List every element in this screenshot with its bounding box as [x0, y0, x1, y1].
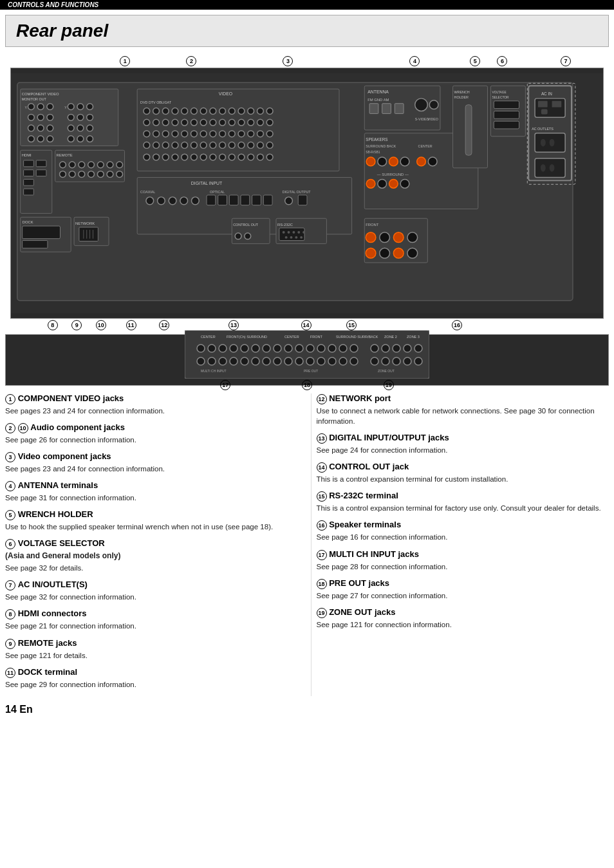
- svg-text:ZONE 3: ZONE 3: [407, 335, 420, 339]
- svg-point-148: [389, 157, 398, 166]
- section-number-17: 17: [317, 550, 327, 560]
- svg-point-92: [162, 131, 169, 137]
- svg-point-84: [219, 119, 226, 126]
- svg-point-274: [339, 357, 347, 365]
- svg-point-272: [317, 357, 325, 365]
- section-desc-3: See pages 23 and 24 for connection infor…: [5, 464, 298, 474]
- page-title: Rear panel: [16, 21, 108, 41]
- svg-point-228: [541, 139, 546, 147]
- svg-rect-217: [494, 111, 519, 118]
- svg-point-248: [274, 344, 281, 352]
- svg-point-186: [297, 231, 300, 234]
- svg-point-63: [153, 108, 160, 115]
- circle-2: 2: [186, 56, 196, 66]
- svg-rect-57: [23, 226, 60, 239]
- svg-text:FRONT: FRONT: [366, 223, 379, 227]
- svg-point-229: [550, 139, 555, 147]
- circle-6: 6: [497, 56, 507, 66]
- svg-point-105: [153, 142, 160, 149]
- section-19: 19 ZONE OUT jacks See page 121 for conne…: [317, 607, 609, 630]
- section-desc-19: See page 121 for connection information.: [317, 619, 609, 630]
- svg-point-165: [192, 197, 200, 205]
- svg-rect-170: [241, 195, 250, 205]
- svg-point-108: [181, 142, 188, 149]
- svg-point-27: [47, 136, 53, 142]
- svg-text:SELECTOR: SELECTOR: [492, 96, 509, 99]
- svg-rect-38: [36, 170, 46, 176]
- circle-18: 18: [302, 380, 312, 390]
- svg-point-152: [428, 157, 437, 166]
- svg-text:DIGITAL INPUT: DIGITAL INPUT: [191, 181, 223, 185]
- section-15: 15 RS-232C terminal This is a control ex…: [317, 491, 609, 513]
- svg-text:ZONE 2: ZONE 2: [384, 335, 397, 339]
- section-number-16: 16: [317, 520, 327, 531]
- svg-text:ZONE OUT: ZONE OUT: [378, 369, 395, 373]
- section-17: 17 MULTI CH INPUT jacks See page 28 for …: [317, 549, 609, 572]
- svg-point-82: [200, 119, 207, 126]
- section-13: 13 DIGITAL INPUT/OUTPUT jacks See page 2…: [317, 433, 609, 455]
- section-desc-6: See page 32 for details.: [5, 563, 298, 573]
- svg-rect-182: [279, 228, 304, 241]
- svg-point-16: [68, 114, 74, 120]
- rear-panel-diagram: COMPONENT VIDEO MONITOR OUT Y Y: [10, 68, 604, 319]
- svg-point-67: [191, 108, 198, 115]
- svg-point-201: [366, 232, 376, 243]
- svg-point-271: [306, 357, 314, 365]
- svg-rect-135: [369, 104, 378, 114]
- svg-point-26: [37, 136, 44, 142]
- svg-rect-167: [207, 195, 216, 205]
- svg-point-178: [235, 233, 241, 240]
- svg-point-202: [380, 232, 390, 243]
- section-number-6: 6: [5, 539, 15, 549]
- section-4: 4 ANTENNA terminals See page 31 for conn…: [5, 480, 298, 503]
- circle-12: 12: [159, 320, 169, 330]
- svg-rect-172: [263, 195, 272, 205]
- svg-point-44: [88, 162, 95, 168]
- section-title-15: RS-232C terminal: [329, 491, 398, 500]
- section-number-4: 4: [5, 481, 15, 491]
- svg-point-256: [371, 344, 378, 352]
- svg-point-185: [292, 231, 295, 234]
- svg-point-207: [393, 248, 404, 258]
- svg-point-73: [248, 108, 254, 115]
- svg-rect-37: [36, 160, 46, 167]
- circle-13: 13: [228, 320, 239, 330]
- svg-point-10: [68, 104, 74, 110]
- section-desc-17: See page 28 for connection information.: [317, 561, 609, 572]
- svg-point-112: [219, 142, 226, 149]
- svg-rect-35: [24, 179, 34, 185]
- svg-point-43: [79, 162, 85, 168]
- section-subtitle-6: (Asia and General models only): [5, 551, 298, 561]
- svg-point-183: [283, 231, 285, 234]
- svg-point-188: [285, 236, 288, 239]
- svg-text:FRONT: FRONT: [310, 335, 323, 339]
- svg-point-96: [200, 131, 207, 137]
- circle-7: 7: [561, 56, 571, 66]
- svg-point-244: [230, 344, 237, 352]
- section-title-1: COMPONENT VIDEO jacks: [18, 393, 124, 403]
- svg-point-50: [79, 171, 85, 178]
- svg-rect-223: [552, 101, 562, 108]
- section-desc-13: See page 24 for connection information.: [317, 445, 609, 455]
- section-title-9: REMOTE jacks: [18, 638, 77, 648]
- circle-16: 16: [452, 320, 462, 330]
- section-title-4: ANTENNA terminals: [18, 480, 98, 490]
- svg-point-72: [238, 108, 245, 115]
- svg-point-203: [393, 232, 404, 243]
- svg-point-104: [144, 142, 150, 149]
- svg-text:COAXIAL: COAXIAL: [140, 190, 155, 194]
- svg-point-258: [393, 344, 400, 352]
- svg-text:AC IN: AC IN: [541, 91, 552, 96]
- svg-text:CONTROL OUT: CONTROL OUT: [233, 223, 259, 227]
- section-8: 8 HDMI connectors See page 21 for connec…: [5, 609, 298, 631]
- svg-point-90: [144, 131, 150, 137]
- svg-point-163: [169, 197, 176, 205]
- section-number-2: 2: [5, 423, 15, 433]
- section-number-12: 12: [317, 394, 327, 404]
- section-number-5: 5: [5, 510, 15, 520]
- section-desc-16: See page 16 for connection information.: [317, 532, 609, 542]
- svg-point-79: [172, 119, 178, 126]
- svg-point-263: [219, 357, 227, 365]
- svg-point-127: [228, 154, 235, 160]
- svg-point-254: [339, 344, 347, 352]
